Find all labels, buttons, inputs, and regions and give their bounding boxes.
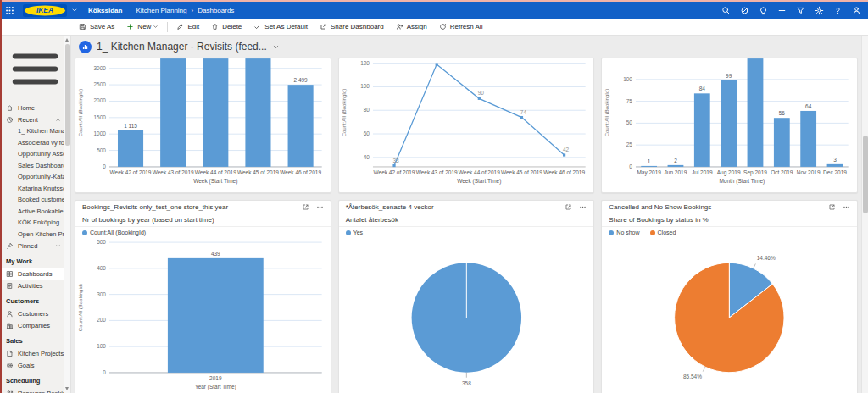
home-icon (6, 104, 14, 112)
sidebar-item-kitchen-projects[interactable]: Kitchen Projects (0, 347, 64, 359)
sidebar-item-pinned[interactable]: Pinned (0, 240, 64, 252)
chevron-down-icon[interactable] (272, 43, 280, 51)
delete-button[interactable]: Delete (205, 19, 248, 36)
svg-text:358: 358 (462, 380, 471, 386)
bar-chart-bookings-by-month[interactable]: 0255075100May 2019Jun 2019Jul 2019Aug 20… (602, 58, 857, 192)
check-icon (253, 23, 261, 30)
sidebar-recent-item[interactable]: Katarina Knutsson... (0, 183, 64, 195)
sidebar-item-label: Companies (18, 322, 50, 329)
svg-text:100: 100 (97, 343, 106, 349)
org-name[interactable]: Kökssidan (88, 7, 122, 14)
expand-icon[interactable] (302, 203, 309, 211)
plus-icon (777, 6, 787, 15)
sidebar-recent-item[interactable]: Active Bookable R... (0, 206, 64, 218)
scroll-up-arrow-icon[interactable] (65, 38, 69, 42)
new-button[interactable]: New (120, 19, 164, 36)
sidebar-recent-item[interactable]: Associerad vy för f... (0, 137, 64, 149)
svg-text:1 115: 1 115 (124, 123, 137, 129)
svg-text:33: 33 (392, 158, 399, 163)
line-chart-bookings-by-week[interactable]: 406080100120Week 42 of 2019Week 43 of 20… (339, 58, 594, 192)
sitemap-menu-button[interactable] (0, 37, 64, 101)
pie-chart-cancelled-noshow[interactable]: 14.46%85.54% (602, 237, 857, 393)
sidebar-item-companies[interactable]: Companies (0, 319, 64, 331)
main-scrollbar-thumb[interactable] (863, 136, 868, 213)
bar-chart-bookings-by-year[interactable]: 01002003004005002019Year (Start Time)Cou… (75, 237, 331, 393)
sidebar-item-activities[interactable]: Activities (0, 280, 64, 291)
svg-text:1: 1 (648, 158, 651, 164)
sidebar-recent-item[interactable]: Opportunity Asso... (0, 148, 64, 160)
sidebar-item-customers[interactable]: Customers (0, 307, 64, 319)
sidebar-recent-item[interactable]: KÖK Enköping (0, 217, 64, 229)
ellipsis-icon[interactable] (316, 203, 324, 211)
main-scrollbar[interactable] (861, 36, 868, 393)
ellipsis-icon[interactable] (579, 203, 587, 211)
set-as-default-button[interactable]: Set As Default (248, 19, 314, 36)
share-icon (320, 23, 327, 30)
share-dashboard-button[interactable]: Share Dashboard (314, 19, 390, 36)
pie-chart-revisits[interactable]: 358 (339, 237, 594, 393)
expand-icon[interactable] (565, 203, 572, 211)
legend-item[interactable]: Yes (346, 230, 363, 235)
sidebar-scrollbar-thumb[interactable] (65, 44, 70, 146)
svg-text:Week 44 of 2019: Week 44 of 2019 (195, 169, 236, 175)
svg-text:Week 43 of 2019: Week 43 of 2019 (415, 169, 457, 175)
sidebar-recent-item-label: KÖK Enköping (18, 219, 59, 226)
filter-button[interactable] (796, 6, 805, 15)
lightbulb-button[interactable] (759, 6, 768, 15)
sidebar-item-label: Kitchen Projects (18, 350, 64, 357)
sidebar-recent-item[interactable]: Open Kitchen Proj... (0, 229, 64, 241)
edit-button[interactable]: Edit (170, 19, 205, 36)
refresh-all-button[interactable]: Refresh All (433, 19, 489, 36)
ikea-logo[interactable]: IKEA (23, 4, 67, 17)
sidebar-item-label: Pinned (18, 242, 37, 250)
plus-button[interactable] (777, 6, 787, 15)
card-title: Cancelled and No Show Bookings (609, 203, 711, 211)
chevron-up-icon (55, 117, 61, 123)
svg-text:80: 80 (363, 107, 370, 113)
sidebar-item-dashboards[interactable]: Dashboards (0, 268, 64, 280)
save-as-button[interactable]: Save As (73, 19, 120, 36)
chevron-down-icon[interactable] (71, 7, 78, 14)
sidebar-item-recent[interactable]: Recent (0, 113, 64, 125)
clock-icon (6, 116, 14, 124)
gear-button[interactable] (815, 6, 824, 15)
svg-text:120: 120 (360, 60, 370, 66)
sidebar-recent-item[interactable]: Booked customers... (0, 194, 64, 206)
legend-item[interactable]: No show (609, 230, 639, 235)
svg-text:Count:All (BookingId): Count:All (BookingId) (78, 89, 83, 137)
ellipsis-icon[interactable] (843, 203, 850, 211)
svg-text:2019: 2019 (209, 375, 222, 381)
breadcrumb-app[interactable]: Kitchen Planning (136, 7, 186, 14)
sidebar-item-goals[interactable]: Goals (0, 359, 64, 371)
assign-button[interactable]: Assign (390, 19, 433, 36)
scroll-down-arrow-icon[interactable] (65, 387, 69, 390)
person-button[interactable] (852, 6, 861, 15)
breadcrumb-separator: › (192, 7, 194, 14)
circle-slash-button[interactable] (740, 6, 749, 15)
sidebar-item-home[interactable]: Home (0, 102, 64, 113)
svg-text:Week 44 of 2019: Week 44 of 2019 (459, 169, 500, 175)
breadcrumb-page[interactable]: Dashboards (198, 7, 234, 14)
svg-text:74: 74 (520, 109, 527, 115)
expand-icon[interactable] (828, 203, 836, 211)
legend-item[interactable]: Closed (650, 230, 676, 235)
sidebar-section-sales: Sales (0, 331, 64, 347)
search-button[interactable] (721, 6, 731, 15)
card-title: *Återbesök_senaste 4 veckor (346, 203, 434, 211)
svg-text:3000: 3000 (94, 65, 107, 71)
bar-chart-bookings-by-week[interactable]: 050010001500200025003000Week 42 of 2019W… (75, 58, 331, 192)
svg-text:85.54%: 85.54% (683, 374, 702, 379)
sidebar-recent-item[interactable]: Opportunity-Katar... (0, 171, 64, 183)
legend-swatch (609, 230, 614, 235)
sidebar-item-resource-bookings[interactable]: Resource Bookings (0, 387, 64, 393)
sidebar-item-label: Goals (18, 362, 35, 369)
sidebar-item-label: Dashboards (18, 270, 52, 278)
legend-item[interactable]: Count:All (BookingId) (82, 230, 146, 235)
card-subtitle: Share of Bookings by status in % (602, 213, 857, 227)
help-button[interactable] (833, 6, 843, 15)
dashboard-title[interactable]: 1_ Kitchen Manager - Revisits (feed... (97, 41, 267, 53)
sidebar-recent-item[interactable]: Sales Dashboard (0, 160, 64, 172)
app-launcher-button[interactable] (5, 6, 14, 15)
sidebar-recent-item[interactable]: 1_ Kitchen Manag... (0, 125, 64, 137)
sidebar-scrollbar[interactable] (64, 36, 70, 393)
